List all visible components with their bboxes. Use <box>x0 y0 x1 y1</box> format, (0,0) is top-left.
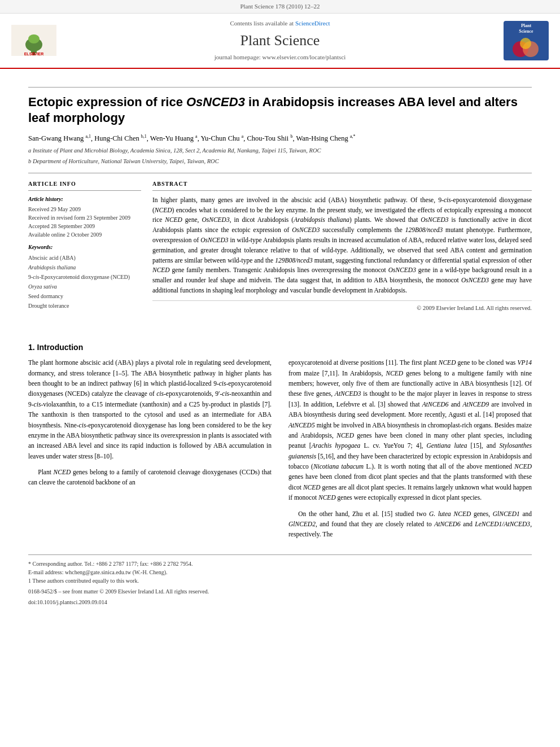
keyword-1: Abscisic acid (ABA) <box>28 253 141 263</box>
intro-para-1: The plant hormone abscisic acid (ABA) pl… <box>28 357 272 461</box>
doi-line: doi:10.1016/j.plantsci.2009.09.014 <box>28 598 532 606</box>
authors-line: San-Gwang Hwang a,1, Hung-Chi Chen b,1, … <box>28 133 532 144</box>
journal-title: Plant Science <box>68 30 492 51</box>
article-title: Ectopic expression of rice OsNCED3 in Ar… <box>28 94 532 126</box>
introduction-heading: 1. Introduction <box>28 342 532 353</box>
footnote-corresponding: * Corresponding author. Tel.: +886 2 278… <box>28 560 532 568</box>
keyword-5: Seed dormancy <box>28 291 141 301</box>
accepted-date: Accepted 28 September 2009 <box>28 222 141 230</box>
article-info-title: ARTICLE INFO <box>28 180 141 191</box>
copyright-line: © 2009 Elsevier Ireland Ltd. All rights … <box>152 300 532 313</box>
journal-center-info: Contents lists available at ScienceDirec… <box>68 19 492 62</box>
sciencedirect-link[interactable]: ScienceDirect <box>295 20 330 27</box>
info-abstract-section: ARTICLE INFO Article history: Received 2… <box>28 180 532 313</box>
ps-logo-text: PlantScience <box>518 22 534 35</box>
intro-left-col: The plant hormone abscisic acid (ABA) pl… <box>28 357 272 545</box>
contents-line: Contents lists available at ScienceDirec… <box>68 19 492 28</box>
available-date: Available online 2 October 2009 <box>28 230 141 239</box>
journal-homepage: journal homepage: www.elsevier.com/locat… <box>68 53 492 62</box>
svg-point-8 <box>520 38 531 49</box>
journal-citation-bar: Plant Science 178 (2010) 12–22 <box>0 0 560 14</box>
abstract-title: ABSTRACT <box>152 180 532 191</box>
abstract-text: In higher plants, many genes are involve… <box>152 195 532 296</box>
footnote-email: E-mail address: whcheng@gate.sinica.edu.… <box>28 568 532 576</box>
article-info-panel: ARTICLE INFO Article history: Received 2… <box>28 180 141 313</box>
keywords-list: Abscisic acid (ABA) Arabidopsis thaliana… <box>28 253 141 311</box>
article-history-dates: Received 29 May 2009 Received in revised… <box>28 205 141 239</box>
svg-text:ELSEVIER: ELSEVIER <box>24 52 44 56</box>
intro-para-4: On the other hand, Zhu et al. [15] studi… <box>288 509 532 540</box>
keywords-label: Keywords: <box>28 243 141 251</box>
affiliation-b: b Department of Horticulture, National T… <box>28 158 532 166</box>
revised-date: Received in revised form 23 September 20… <box>28 213 141 222</box>
elsevier-logo: ELSEVIER <box>11 25 56 56</box>
received-date: Received 29 May 2009 <box>28 205 141 213</box>
keyword-3: 9-cis-Epoxycarotenoid dioxygenase (NCED) <box>28 272 141 282</box>
journal-citation: Plant Science 178 (2010) 12–22 <box>240 3 320 10</box>
footnote-equal-contrib: 1 These authors contributed equally to t… <box>28 576 532 585</box>
article-history-label: Article history: <box>28 195 141 203</box>
intro-right-col: epoxycarotenoid at diverse positions [11… <box>288 357 532 545</box>
intro-para-2: Plant NCED genes belong to a family of c… <box>28 467 272 488</box>
keyword-2: Arabidopsis thaliana <box>28 263 141 272</box>
main-content: 1. Introduction The plant hormone abscis… <box>0 342 560 618</box>
introduction-text-columns: The plant hormone abscisic acid (ABA) pl… <box>28 357 532 545</box>
intro-para-3: epoxycarotenoid at diverse positions [11… <box>288 357 532 503</box>
keyword-6: Drought tolerance <box>28 301 141 311</box>
svg-point-3 <box>28 34 40 43</box>
affiliation-a: a Institute of Plant and Microbial Biolo… <box>28 147 532 155</box>
journal-header: ELSEVIER Contents lists available at Sci… <box>0 14 560 68</box>
plant-science-logo-box: PlantScience <box>504 21 549 60</box>
keyword-4: Oryza sativa <box>28 282 141 291</box>
abstract-panel: ABSTRACT In higher plants, many genes ar… <box>152 180 532 313</box>
issn-line: 0168-9452/$ – see front matter © 2009 El… <box>28 587 532 596</box>
article-body: Ectopic expression of rice OsNCED3 in Ar… <box>0 69 560 333</box>
gene-name-title: OsNCED3 <box>186 95 245 109</box>
footnotes-area: * Corresponding author. Tel.: +886 2 278… <box>28 554 532 606</box>
